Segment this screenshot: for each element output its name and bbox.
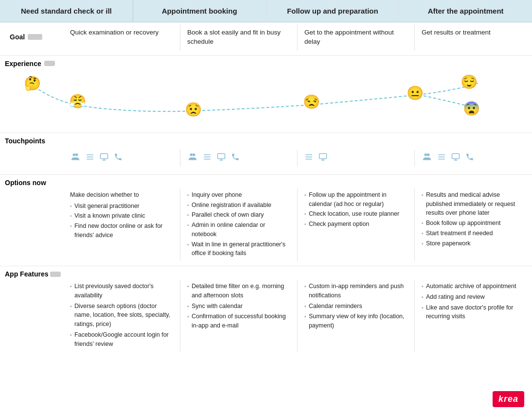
appfeat-item: List previously saved doctor's availabil…	[70, 282, 173, 300]
appfeat-item: Confirmation of successful booking in-ap…	[187, 312, 290, 330]
options-grid: Make decision whether to Visit general p…	[0, 189, 532, 261]
goal-badge	[28, 34, 42, 40]
goal-label-col: Goal	[0, 24, 63, 51]
goal-cell-1: Quick examination or recovery	[63, 24, 180, 51]
svg-point-1	[75, 153, 78, 156]
emoji-6: 😌	[461, 73, 478, 90]
appfeat-item: Summary view of key info (location, paym…	[304, 312, 408, 330]
appfeat-cell-1: List previously saved doctor's availabil…	[63, 280, 180, 352]
tp-cell-2	[180, 150, 298, 167]
goal-cell-2: Book a slot easily and fit in busy sched…	[180, 24, 298, 51]
header-row: Need standard check or ill Appointment b…	[0, 0, 532, 22]
svg-point-9	[193, 153, 195, 156]
appfeat-item: Add rating and review	[422, 292, 525, 302]
options-item: Online registration if available	[187, 201, 290, 210]
svg-rect-5	[101, 154, 108, 159]
appfeat-cell-2: Detailed time filter on e.g. morning and…	[180, 280, 298, 352]
goal-cells: Quick examination or recovery Book a slo…	[63, 24, 532, 51]
svg-rect-27	[452, 154, 460, 159]
tp-list-icon-3	[304, 153, 313, 164]
emoji-4: 😒	[303, 93, 320, 110]
appfeat-item: Calendar reminders	[304, 302, 408, 311]
appfeat-list-4: Automatic archive of appointment Add rat…	[422, 282, 525, 321]
options-cell-1: Make decision whether to Visit general p…	[63, 189, 180, 261]
touchpoints-label: Touchpoints	[0, 133, 532, 147]
appfeat-item: Facebook/Google account login for friend…	[70, 330, 173, 349]
svg-point-22	[425, 153, 427, 156]
options-cell-4: Results and medical advise published imm…	[415, 189, 532, 261]
appfeat-list-2: Detailed time filter on e.g. morning and…	[187, 282, 290, 330]
options-label: Options now	[0, 175, 532, 189]
appfeat-badge	[50, 272, 61, 277]
appfeat-item: Automatic archive of appointment	[422, 282, 525, 291]
appfeat-item: Sync with calendar	[187, 302, 290, 311]
options-item: Visit general practitioner	[70, 202, 173, 211]
appfeat-label: App Features	[0, 266, 532, 280]
svg-rect-19	[319, 154, 327, 159]
options-list-4: Results and medical advise published imm…	[422, 190, 525, 248]
options-intro-1: Make decision whether to	[70, 190, 173, 200]
tp-screen-icon	[99, 153, 109, 164]
experience-badge	[44, 61, 55, 66]
options-row: Options now Make decision whether to Vis…	[0, 175, 532, 266]
header-col2: Appointment booking	[133, 0, 266, 22]
options-cell-2: Inquiry over phone Online registration i…	[180, 189, 298, 261]
tp-people-icon-4	[422, 152, 432, 165]
experience-chart: 🤔 😤 😟 😒 😐 😌 😨	[0, 69, 532, 128]
tp-people-icon	[70, 152, 81, 165]
tp-list-icon-4	[437, 153, 446, 164]
appfeat-grid: List previously saved doctor's availabil…	[0, 280, 532, 352]
tp-phone-icon-4	[465, 153, 474, 164]
emoji-5: 😐	[407, 85, 424, 101]
header-col3: Follow up and preparation	[266, 0, 400, 22]
header-col4: After the appointment	[399, 0, 532, 22]
options-item: Wait in line in general practitioner's o…	[187, 240, 290, 258]
header-col1: Need standard check or ill	[0, 0, 133, 22]
tp-phone-icon	[114, 153, 123, 164]
options-list-2: Inquiry over phone Online registration i…	[187, 190, 290, 258]
tp-people-icon-2	[187, 152, 198, 165]
emoji-1: 🤔	[24, 75, 41, 91]
tp-list-icon-2	[203, 153, 212, 164]
appfeat-item: Like and save doctor's profile for recur…	[422, 303, 525, 322]
options-item: Start treatment if needed	[422, 229, 525, 238]
tp-list-icon	[86, 153, 94, 164]
emoji-7: 😨	[463, 100, 480, 117]
svg-rect-13	[218, 154, 225, 159]
appfeat-row: App Features List previously saved docto…	[0, 266, 532, 360]
branding-logo: krea	[493, 391, 524, 407]
appfeat-item: Custom in-app reminders and push notific…	[304, 282, 408, 300]
touchpoints-icons-grid	[0, 147, 532, 170]
options-item: Inquiry over phone	[187, 190, 290, 200]
goal-row: Goal Quick examination or recovery Book …	[0, 22, 532, 56]
emoji-3: 😟	[185, 101, 202, 118]
appfeat-cell-4: Automatic archive of appointment Add rat…	[415, 280, 532, 352]
appfeat-item: Detailed time filter on e.g. morning and…	[187, 282, 290, 300]
appfeat-item: Diverse search options (doctor name, loc…	[70, 302, 173, 329]
tp-label-col	[0, 150, 63, 167]
tp-cell-4	[415, 150, 532, 167]
options-item: Check payment option	[304, 220, 408, 229]
options-cell-3: Follow up the appointment in calendar (a…	[298, 189, 415, 261]
svg-point-0	[73, 153, 76, 156]
svg-point-23	[427, 153, 430, 156]
appfeat-label-col	[0, 280, 63, 352]
tp-cell-1	[63, 150, 180, 167]
touchpoints-row: Touchpoints	[0, 133, 532, 175]
options-item: Check location, use route planner	[304, 209, 408, 219]
options-item: Parallel check of own diary	[187, 210, 290, 220]
tp-screen-icon-4	[451, 153, 461, 164]
appfeat-list-3: Custom in-app reminders and push notific…	[304, 282, 408, 330]
tp-screen-icon-3	[318, 153, 328, 164]
goal-label: Goal	[5, 28, 58, 41]
options-item: Admin in online calendar or notebook	[187, 221, 290, 239]
options-item: Follow up the appointment in calendar (a…	[304, 190, 408, 209]
goal-cell-4: Get results or treatment	[415, 24, 532, 51]
tp-cell-3	[298, 150, 415, 167]
emoji-2: 😤	[69, 93, 87, 109]
options-item: Book follow up appointment	[422, 219, 525, 228]
tp-phone-icon-2	[231, 153, 240, 164]
options-label-col	[0, 189, 63, 261]
options-item: Results and medical advise published imm…	[422, 190, 525, 218]
experience-label: Experience	[0, 56, 532, 69]
